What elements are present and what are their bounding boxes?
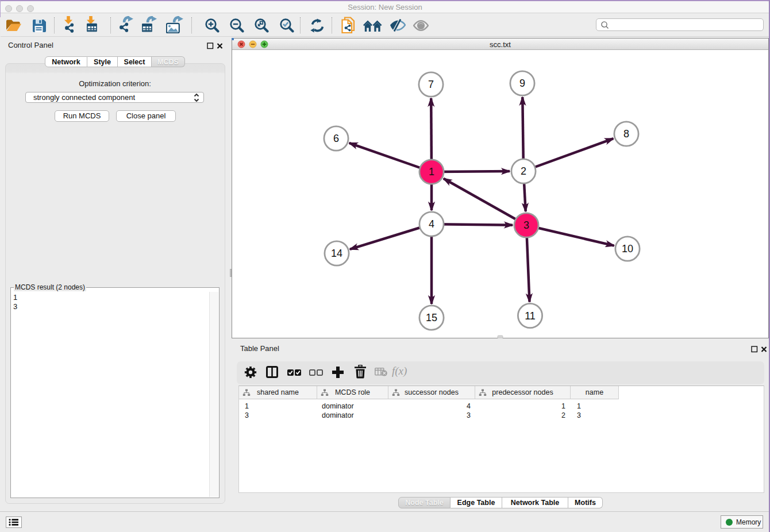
svg-text:11: 11: [525, 310, 536, 322]
svg-text:1: 1: [429, 166, 434, 178]
svg-text:14: 14: [331, 248, 342, 259]
svg-text:15: 15: [426, 312, 437, 323]
svg-text:3: 3: [523, 219, 529, 231]
svg-text:2: 2: [521, 165, 526, 177]
svg-text:4: 4: [429, 218, 434, 230]
svg-text:8: 8: [623, 128, 629, 140]
svg-text:6: 6: [333, 133, 339, 144]
svg-text:10: 10: [622, 243, 633, 255]
svg-text:7: 7: [428, 79, 434, 90]
svg-text:9: 9: [519, 78, 525, 89]
